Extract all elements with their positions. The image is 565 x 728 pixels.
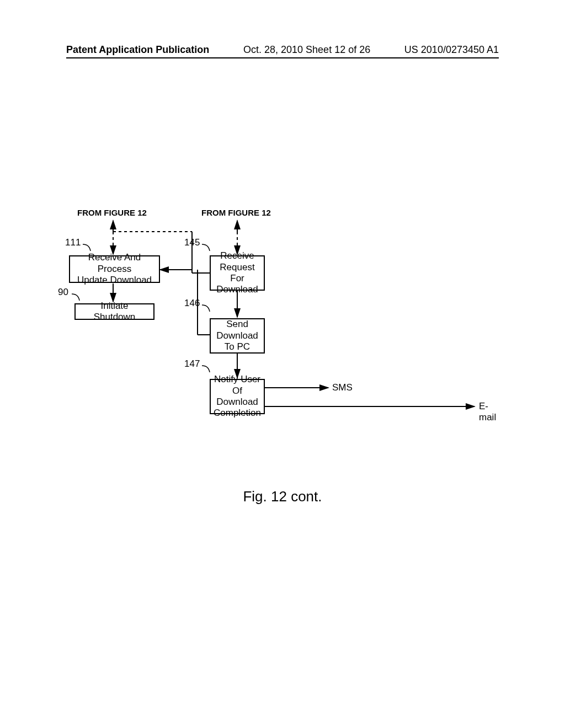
figure-caption: Fig. 12 cont.	[0, 488, 565, 505]
box-147-text: Notify User Of Download Completion	[214, 374, 261, 419]
box-receive-request: Receive Request For Download	[210, 255, 265, 291]
box-send-download: Send Download To PC	[210, 318, 265, 354]
from-figure-right-label: FROM FIGURE 12	[201, 208, 271, 217]
ref-111-label: 111	[65, 237, 81, 248]
from-figure-left-label: FROM FIGURE 12	[77, 208, 147, 217]
patent-page: Patent Application Publication Oct. 28, …	[0, 0, 565, 728]
header-sheet-info: Oct. 28, 2010 Sheet 12 of 26	[243, 44, 370, 56]
output-sms-label: SMS	[332, 382, 353, 393]
box-111-text: Receive And Process Update Download	[74, 252, 154, 286]
box-145-text: Receive Request For Download	[215, 250, 259, 296]
box-notify-user: Notify User Of Download Completion	[210, 379, 265, 414]
ref-90-label: 90	[58, 287, 68, 298]
ref-145-label: 145	[184, 237, 200, 248]
box-receive-process-update: Receive And Process Update Download	[69, 255, 160, 283]
header-rule	[66, 57, 499, 58]
header-publication-number: US 2010/0273450 A1	[404, 44, 499, 56]
ref-146-label: 146	[184, 298, 200, 309]
box-90-text: Initiate Shutdown	[80, 301, 149, 323]
ref-147-label: 147	[184, 358, 200, 370]
header-publication-type: Patent Application Publication	[66, 44, 209, 56]
page-header: Patent Application Publication Oct. 28, …	[0, 44, 565, 56]
box-initiate-shutdown: Initiate Shutdown	[74, 303, 154, 320]
box-146-text: Send Download To PC	[216, 319, 258, 352]
flowchart-diagram: FROM FIGURE 12 FROM FIGURE 12 111 90 145…	[66, 218, 499, 505]
output-email-label: E-mail	[479, 401, 499, 423]
